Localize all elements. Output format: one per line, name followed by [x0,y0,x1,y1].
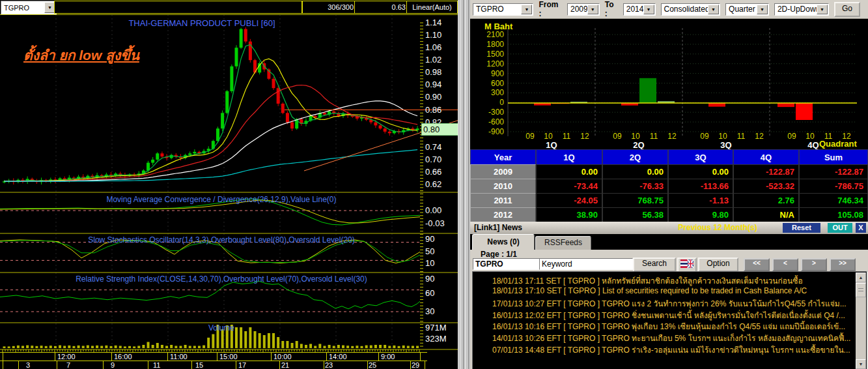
tab-rssfeeds[interactable]: RSSFeeds [535,236,591,251]
scale-mode-button[interactable]: Linear(Auto) [406,1,458,14]
ma-line [5,85,418,182]
chevron-down-icon[interactable]: ▼ [757,5,768,14]
last-value-field: 0.63 [354,1,409,14]
year-cell: 2009 [470,164,536,180]
language-flag-icon[interactable] [677,258,697,273]
news-window: [Link1] News Previous 12 Month(s) Reset … [470,222,868,369]
view-mode-select[interactable]: 2D-UpDown▼ [774,3,829,16]
period-select[interactable]: Quarter▼ [725,3,769,16]
macd-pane-title: Moving Average Convergence / Divergence(… [39,195,404,204]
consolidation-select[interactable]: Consolidated▼ [661,3,721,16]
volume-bar [100,346,103,349]
scrollbar-thumb[interactable] [856,283,866,297]
next-page-button[interactable]: > [801,258,827,271]
table-row[interactable]: 20090.000.000.00-122.87-122.87 [470,164,868,179]
value-cell: 0.00 [668,164,733,180]
axis-label: 15:00 [219,353,238,361]
value-cell: 105.08 [799,207,868,223]
news-item[interactable]: 16/01/13 12:02 EFT [ TGPRO ] TGPRO ชิ่งช… [492,309,845,321]
news-item[interactable]: 14/01/13 10:26 EFT [ TGPRO ] TGPRO ทะยาน… [492,332,850,344]
first-page-button[interactable]: << [744,258,770,271]
volume-bar [3,346,6,348]
price-chart-panel[interactable]: THAI-GERMAN PRODUCT PUBLI [60] ตั้งลำ ยก… [0,14,458,369]
volume-bar [115,346,117,348]
to-year-select[interactable]: 2014▼ [623,3,656,16]
axis-label: 12:00 [57,353,76,361]
price-axis-label: 0.86 [425,106,455,115]
volume-bar [193,346,196,349]
news-item[interactable]: 07/01/13 14:48 EFT [ TGPRO ] TGPRO ร่าเร… [492,344,850,356]
news-item[interactable]: 17/01/13 10:27 EFT [ TGPRO ] TGPRO แรง 2… [492,297,847,310]
volume-bar [388,346,391,349]
x-axis-year-label: 11 [645,132,663,141]
axis-separator [326,353,327,361]
out-button[interactable]: OUT [828,223,852,233]
news-scrollbar[interactable]: ▲ ▼ [856,273,866,369]
table-row[interactable]: 201238.9056.389.80N/A105.08 [470,207,868,222]
candle-body [272,79,275,88]
indicator-axis-label: 90 [425,274,455,284]
x-axis-year-label: 12 [837,132,856,141]
quote-field[interactable] [54,1,302,14]
last-page-button[interactable]: >> [830,258,856,271]
keyword-input[interactable] [539,258,633,270]
go-button[interactable]: Go [834,2,860,17]
chevron-down-icon[interactable]: ▼ [708,5,719,14]
axis-separator [279,361,280,369]
axis-separator [3,361,3,369]
chevron-down-icon[interactable]: ▼ [521,5,532,14]
symbol-select-right[interactable]: TGPRO▼ [473,3,533,16]
volume-bar [72,346,75,348]
news-tabs: News (0) RSSFeeds [470,234,868,250]
value-cell: N/A [733,207,799,223]
y-axis-label: 1800 [475,40,504,48]
chevron-down-icon[interactable]: ▼ [817,5,828,14]
axis-separator [410,361,411,369]
ma-line [5,150,418,182]
volume-bar [40,346,43,348]
volume-bar [12,346,15,348]
news-list[interactable]: ▲ ▼ 18/01/13 17:11 SET [ TGPRO ] หลักทรั… [472,271,867,369]
axis-label: 3 [26,361,30,369]
volume-bar [254,331,257,348]
chevron-down-icon[interactable]: ▼ [643,5,654,14]
news-item[interactable]: 18/01/13 17:11 SET [ TGPRO ] หลักทรัพย์ท… [492,274,803,287]
scroll-up-icon[interactable]: ▲ [856,273,866,282]
candle-body [188,153,191,155]
volume-bar [402,346,405,348]
table-row[interactable]: 2011-24.05768.75-1.132.76746.34 [470,193,868,207]
news-symbol-input[interactable] [473,258,540,270]
close-icon[interactable]: X [856,223,866,233]
volume-bar [179,346,182,349]
table-row[interactable]: 2010-73.44-76.33-113.66-523.32-786.75 [470,179,868,193]
volume-bar [152,345,154,348]
price-axis-label: 0.98 [425,68,455,77]
price-axis-label: 0.94 [425,80,455,89]
news-item[interactable]: 18/01/13 17:10 SET [ TGPRO ] List of sec… [492,286,807,295]
panel-splitter[interactable] [458,0,471,369]
volume-bar [203,346,205,348]
prev-page-button[interactable]: < [772,258,798,271]
volume-bar [342,346,344,348]
volume-bar [323,346,326,349]
search-button[interactable]: Search [633,258,676,272]
axis-separator [111,353,112,361]
from-year-select[interactable]: 2009▼ [567,3,600,16]
volume-bar [296,341,298,348]
chevron-down-icon[interactable]: ▼ [587,5,598,14]
indicator-axis-label: 50 [425,247,455,256]
candle-body [244,29,247,42]
volume-bar [189,346,191,349]
symbol-select[interactable]: TGPRO ▼ [1,1,57,14]
candle-body [230,66,233,91]
quarter-group-label: 1Q [539,140,565,150]
option-button[interactable]: Option [698,258,738,272]
scroll-down-icon[interactable]: ▼ [856,359,866,369]
news-item[interactable]: 16/01/13 10:16 EFT [ TGPRO ] TGPRO พุ่งเ… [492,320,845,332]
volume-bar [87,346,89,348]
tab-news[interactable]: News (0) [472,234,535,251]
reset-button[interactable]: Reset [783,223,820,233]
news-titlebar[interactable]: [Link1] News Previous 12 Month(s) Reset … [470,222,868,235]
value-cell: 0.00 [536,164,602,180]
axis-separator [18,361,19,369]
